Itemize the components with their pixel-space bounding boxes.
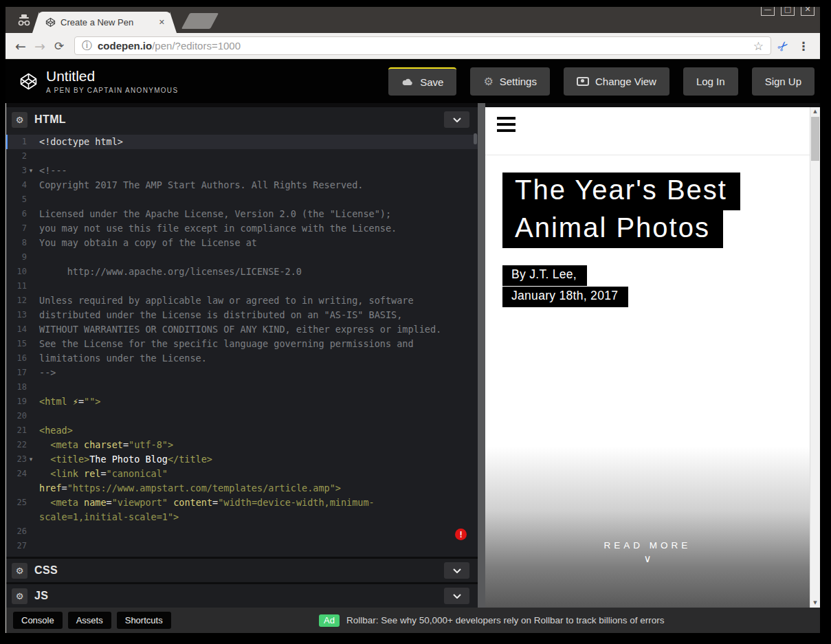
codepen-logo-icon[interactable] [19,72,38,91]
code-line[interactable]: 26 [6,524,478,539]
bookmark-star-icon[interactable]: ☆ [753,39,764,53]
code-line[interactable]: 4Copyright 2017 The AMP Start Authors. A… [6,178,478,192]
code-lines: 1<!doctype html>23▾<!---4Copyright 2017 … [6,135,478,553]
css-panel-header: ⚙ CSS [6,559,478,582]
browser-tabstrip: Create a New Pen ✕ — □ ✕ [5,7,820,33]
html-settings-gear-icon[interactable]: ⚙ [12,112,27,128]
code-line[interactable]: 13distributed under the License is distr… [6,308,478,322]
code-line[interactable]: 24 <link rel="canonical" [6,467,478,481]
editor-scrollbar-thumb[interactable] [474,133,477,144]
extension-scissors-icon[interactable]: ✂ [769,32,797,60]
console-button[interactable]: Console [13,612,63,629]
code-line[interactable]: 6Licensed under the Apache License, Vers… [6,207,478,221]
read-more-link[interactable]: READ MORE ∨ [485,540,810,565]
code-line[interactable]: 19<html ⚡=""> [6,395,478,409]
html-panel-header: ⚙ HTML [6,107,478,132]
chevron-down-icon [453,118,461,122]
css-settings-gear-icon[interactable]: ⚙ [12,563,27,579]
code-line[interactable]: 25 <meta name="viewport" content="width=… [6,496,478,510]
code-line[interactable]: 27 [6,539,478,553]
article-byline-date: January 18th, 2017 [502,287,628,307]
window-minimize-button[interactable]: — [761,7,775,16]
code-line[interactable]: 8You may obtain a copy of the License at [6,236,478,250]
url-bar[interactable]: ⓘ codepen.io/pen/?editors=1000 ☆ [74,36,771,55]
code-line[interactable]: 5 [6,192,478,207]
gear-icon: ⚙ [483,75,493,88]
code-line[interactable]: 2 [6,149,478,164]
html-code-editor[interactable]: 1<!doctype html>23▾<!---4Copyright 2017 … [6,132,478,557]
preview-article: The Year's Best Animal Photos By J.T. Le… [485,155,820,307]
reload-button[interactable]: ⟳ [49,39,69,53]
scrollbar-down-icon[interactable]: ▼ [810,599,820,608]
tab-close-icon[interactable]: ✕ [159,18,165,27]
article-title-line1: The Year's Best [502,173,740,210]
js-panel-header: ⚙ JS [6,584,478,608]
code-line[interactable]: 14WITHOUT WARRANTIES OR CONDITIONS OF AN… [6,322,478,337]
article-byline-author: By J.T. Lee, [502,265,587,286]
footer-ad[interactable]: Ad Rollbar: See why 50,000+ developers r… [319,614,665,627]
code-line[interactable]: 9 [6,250,478,265]
preview-pane: The Year's Best Animal Photos By J.T. Le… [485,103,820,608]
change-view-icon [577,77,589,86]
code-line[interactable]: 18 [6,380,478,395]
save-button[interactable]: Save [388,67,456,96]
page-info-icon[interactable]: ⓘ [82,39,92,52]
browser-menu-icon[interactable]: ⋮ [795,39,812,53]
back-button[interactable]: ← [11,38,30,54]
new-tab-button[interactable] [181,13,219,29]
scrollbar-up-icon[interactable]: ▲ [810,107,820,116]
code-line[interactable]: 23▾ <title>The Photo Blog</title> [6,452,478,467]
shortcuts-button[interactable]: Shortcuts [117,612,171,629]
code-line[interactable]: 10 http://www.apache.org/licenses/LICENS… [6,265,478,279]
article-title-line2: Animal Photos [502,210,723,248]
code-line[interactable]: 12Unless required by applicable law or a… [6,293,478,308]
html-collapse-button[interactable] [444,111,469,128]
assets-button[interactable]: Assets [68,612,111,629]
code-line[interactable]: 1<!doctype html> [6,135,478,149]
url-host: codepen.io [98,40,152,52]
error-badge-icon[interactable]: ! [455,529,467,540]
chevron-down-icon [453,568,461,573]
url-path: /pen/?editors=1000 [152,40,241,52]
editor-column: ⚙ HTML 1<!doctype html>23▾<!---4Copyrigh… [5,103,478,608]
change-view-button[interactable]: Change View [564,67,669,96]
code-line[interactable]: 21<head> [6,423,478,438]
code-line[interactable]: 20 [6,409,478,423]
ad-badge: Ad [319,614,340,627]
preview-site-header [485,117,820,155]
preview-scrollbar-thumb[interactable] [811,117,819,161]
html-panel-label: HTML [34,113,66,126]
code-line[interactable]: scale=1,initial-scale=1"> [6,510,478,524]
css-panel-label: CSS [34,564,58,577]
window-maximize-button[interactable]: □ [781,7,795,16]
chevron-down-icon [453,594,461,599]
forward-button: → [30,38,49,54]
cloud-icon [401,78,414,86]
signup-button[interactable]: Sign Up [752,67,815,96]
window-close-button[interactable]: ✕ [801,7,815,16]
login-button[interactable]: Log In [683,67,738,96]
code-line[interactable]: 22 <meta charset="utf-8"> [6,438,478,452]
browser-toolbar: ← → ⟳ ⓘ codepen.io/pen/?editors=1000 ☆ ✂… [5,33,820,59]
js-collapse-button[interactable] [444,588,469,604]
codepen-favicon [45,17,56,27]
browser-tab[interactable]: Create a New Pen ✕ [38,12,170,33]
settings-button[interactable]: ⚙ Settings [470,67,550,96]
js-settings-gear-icon[interactable]: ⚙ [12,588,27,604]
pen-byline: A PEN BY CAPTAIN ANONYMOUS [46,87,178,94]
code-line[interactable]: 15See the License for the specific langu… [6,337,478,351]
hamburger-menu-icon[interactable] [497,117,516,132]
pane-resize-divider[interactable] [478,103,485,608]
css-collapse-button[interactable] [444,562,469,579]
js-panel-label: JS [34,590,48,602]
code-line[interactable]: href="https://www.ampstart.com/templates… [6,481,478,496]
code-line[interactable]: 16limitations under the License. [6,351,478,366]
read-more-gradient [485,447,810,608]
code-line[interactable]: 17--> [6,366,478,380]
codepen-header: Untitled A PEN BY CAPTAIN ANONYMOUS Save… [5,59,820,103]
preview-scrollbar[interactable]: ▲ ▼ [810,107,820,608]
code-line[interactable]: 7you may not use this file except in com… [6,221,478,236]
code-line[interactable]: 11 [6,279,478,293]
ad-text: Rollbar: See why 50,000+ developers rely… [346,615,665,625]
code-line[interactable]: 3▾<!--- [6,164,478,178]
